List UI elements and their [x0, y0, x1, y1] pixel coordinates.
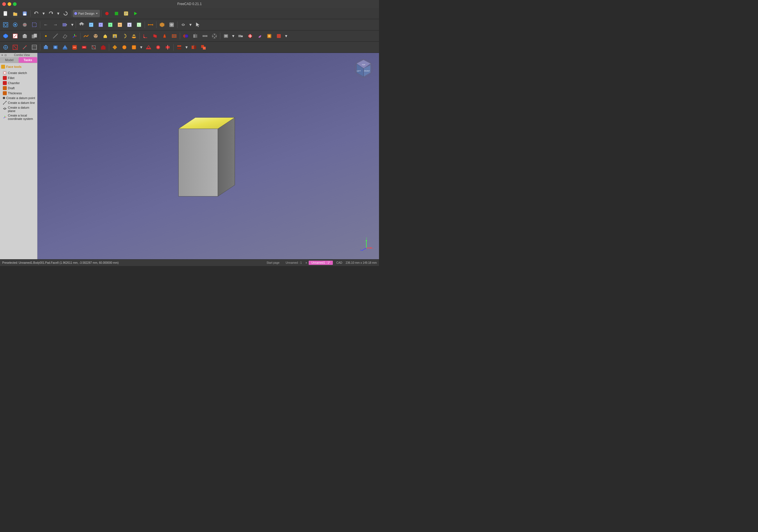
sketch-tool4-button[interactable] — [144, 43, 153, 52]
sync-dropdown[interactable]: ▾ — [70, 20, 75, 29]
extra4-dropdown[interactable] — [274, 31, 283, 41]
3d-viewport[interactable]: FRONT TOP LEFT X Y Z — [37, 53, 379, 259]
sketch-tool6-button[interactable] — [163, 43, 172, 52]
cursor-button[interactable] — [193, 20, 202, 29]
view-right-button[interactable]: R — [106, 20, 115, 29]
chamfer-item[interactable]: Chamfer — [1, 81, 36, 86]
view-front-button[interactable]: F — [86, 20, 96, 29]
view-top-button[interactable]: T — [96, 20, 105, 29]
sketch-mirror-button[interactable] — [190, 43, 198, 52]
bird-button[interactable] — [82, 31, 90, 41]
maximize-button[interactable] — [13, 2, 17, 6]
sketch-tool5-button[interactable] — [154, 43, 163, 52]
attach-sketch-button[interactable] — [20, 43, 29, 52]
undo-button[interactable] — [32, 9, 41, 18]
tab-model[interactable]: Model — [0, 57, 18, 63]
fit-selection-button[interactable] — [11, 20, 20, 29]
mirrored-button[interactable] — [191, 31, 200, 41]
nav-forward-button[interactable]: → — [51, 20, 60, 29]
measure-button[interactable] — [146, 20, 155, 29]
fillet-item[interactable]: Fillet — [1, 75, 36, 81]
line-tool-button[interactable] — [51, 31, 60, 41]
thickness-button[interactable] — [170, 31, 179, 41]
extra-button2[interactable] — [246, 31, 255, 41]
fillet-button[interactable] — [141, 31, 150, 41]
extra-button[interactable] — [236, 31, 245, 41]
view-rear-button[interactable]: Rr — [115, 20, 124, 29]
close-sketch-button[interactable] — [11, 43, 20, 52]
grease-pencil-button[interactable] — [255, 31, 264, 41]
clone-button[interactable] — [30, 31, 39, 41]
pocket-button[interactable] — [110, 31, 119, 41]
sketch-view-button[interactable] — [41, 43, 51, 52]
redo-button[interactable] — [47, 9, 55, 18]
sketch-view2-button[interactable] — [51, 43, 60, 52]
extra4-btn2[interactable]: ▾ — [284, 31, 289, 41]
sketch-section2-button[interactable] — [89, 43, 98, 52]
coord-sys-button[interactable] — [70, 31, 79, 41]
local-coord-item[interactable]: Create a local coordinate system — [1, 113, 36, 121]
close-button[interactable] — [2, 2, 6, 6]
draft-button[interactable] — [160, 31, 169, 41]
sketch-grid-dropdown[interactable]: ▾ — [184, 43, 189, 52]
tab-unnamed1[interactable]: Unnamed : 1 — [283, 261, 304, 265]
nav-cube[interactable]: FRONT TOP LEFT — [354, 58, 373, 78]
create-sketch-item[interactable]: Create sketch — [1, 70, 36, 75]
thickness-item[interactable]: Thickness — [1, 90, 36, 96]
point-button[interactable] — [41, 31, 51, 41]
sketch-section3-button[interactable] — [99, 43, 108, 52]
tab-unnamed1-star[interactable]: Unnamed1 : 1* — [309, 261, 333, 265]
view-box-button[interactable] — [30, 20, 39, 29]
undo-dropdown[interactable]: ▾ — [41, 9, 46, 18]
macro-edit-button[interactable] — [121, 9, 130, 18]
boolean-button[interactable] — [181, 31, 190, 41]
workbench-selector[interactable]: Part Design — [73, 10, 100, 17]
3d-view-button[interactable] — [157, 20, 167, 29]
view-sketch-button[interactable] — [1, 43, 10, 52]
draw-style-button[interactable] — [20, 20, 29, 29]
sketch-settings-button[interactable] — [30, 43, 39, 52]
draft-item[interactable]: Draft — [1, 86, 36, 90]
chamfer-button[interactable] — [151, 31, 159, 41]
sketch-tool2-button[interactable] — [120, 43, 129, 52]
view-home-button[interactable] — [77, 20, 86, 29]
part-button[interactable] — [1, 31, 10, 41]
scenes-button[interactable] — [167, 20, 176, 29]
save-button[interactable] — [20, 9, 29, 18]
sketch-tool1-button[interactable] — [110, 43, 119, 52]
monkey-button[interactable] — [91, 31, 100, 41]
more-dropdown[interactable]: ▾ — [231, 31, 235, 41]
sketch-button[interactable] — [11, 31, 20, 41]
sketch-view4-button[interactable] — [70, 43, 79, 52]
refresh-button[interactable] — [61, 9, 70, 18]
nav-link-button[interactable] — [179, 20, 188, 29]
sketch-grid-button[interactable] — [175, 43, 184, 52]
redo-dropdown[interactable]: ▾ — [56, 9, 60, 18]
datum-plane-item[interactable]: Create a datum plane — [1, 105, 36, 113]
polar-pattern-button[interactable] — [210, 31, 219, 41]
datum-line-item[interactable]: Create a datum line — [1, 100, 36, 105]
more-button[interactable] — [222, 31, 230, 41]
revolution-button[interactable] — [120, 31, 129, 41]
new-button[interactable] — [1, 9, 10, 18]
pad-button[interactable] — [101, 31, 110, 41]
nav-link-dropdown[interactable]: ▾ — [188, 20, 193, 29]
run-macro-button[interactable] — [131, 9, 140, 18]
view-bottom-button[interactable]: B — [125, 20, 134, 29]
view-left-button[interactable]: L — [134, 20, 144, 29]
sketch-tool3-dropdown[interactable] — [129, 43, 138, 52]
sketch-view3-button[interactable] — [60, 43, 70, 52]
sketch-section-button[interactable] — [80, 43, 88, 52]
tab-tasks[interactable]: Tasks — [18, 57, 37, 63]
stop-macro-button[interactable] — [112, 9, 121, 18]
sketch-clone-button[interactable] — [199, 43, 208, 52]
datum-point-item[interactable]: Create a datum point — [1, 96, 36, 100]
fit-all-button[interactable] — [1, 20, 10, 29]
close-panel-icon[interactable]: ✕ — [1, 54, 3, 56]
tab-close-icon[interactable]: ✕ — [305, 262, 308, 264]
open-button[interactable] — [11, 9, 20, 18]
loft-button[interactable] — [129, 31, 138, 41]
record-macro-button[interactable] — [102, 9, 111, 18]
sync-view-button[interactable] — [60, 20, 70, 29]
minimize-button[interactable] — [8, 2, 11, 6]
